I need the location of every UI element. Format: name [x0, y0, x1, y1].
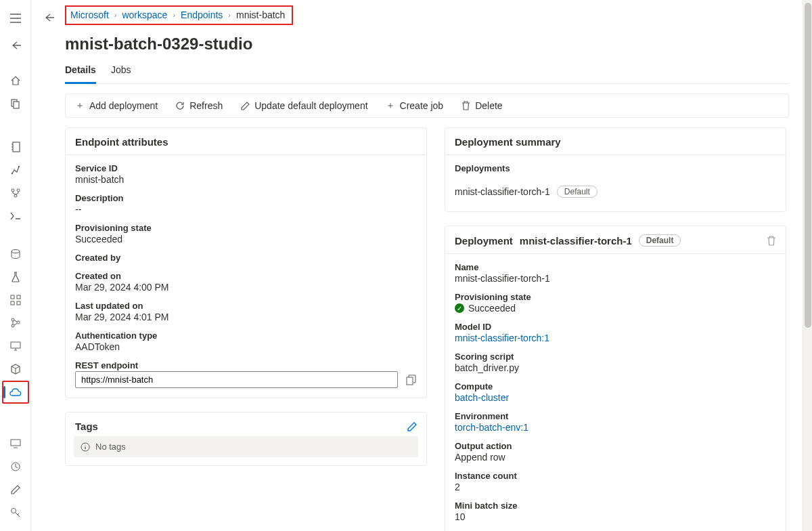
dep-instcount-label: Instance count [455, 471, 776, 481]
breadcrumb-endpoints[interactable]: Endpoints [181, 9, 223, 20]
job-icon[interactable] [2, 312, 29, 335]
component-icon[interactable] [2, 289, 29, 312]
edit-icon[interactable] [2, 478, 29, 501]
dep-outaction-label: Output action [455, 441, 776, 451]
monitor-icon[interactable] [2, 432, 29, 455]
delete-deployment-icon[interactable] [767, 236, 776, 246]
dep-provstate-value: Succeeded [468, 303, 516, 314]
automl-icon[interactable] [2, 158, 29, 182]
update-default-button[interactable]: Update default deployment [240, 100, 367, 111]
add-deployment-button[interactable]: ＋Add deployment [75, 100, 158, 111]
breadcrumb-microsoft[interactable]: Microsoft [70, 9, 109, 20]
copy-icon[interactable] [405, 374, 417, 386]
svg-point-13 [12, 318, 14, 321]
scrollbar-thumb[interactable] [805, 3, 811, 328]
dep-minibatch-label: Mini batch size [455, 501, 776, 511]
deployment-detail-card: Deployment mnist-classifier-torch-1 Defa… [445, 226, 786, 531]
page-title: mnist-batch-0329-studio [65, 35, 789, 54]
plus-icon: ＋ [386, 101, 395, 110]
chevron-right-icon: › [114, 11, 117, 19]
pencil-icon [240, 101, 250, 110]
created-on-label: Created on [75, 271, 417, 281]
auth-type-value: AADToken [75, 341, 417, 352]
page-back-icon[interactable] [41, 9, 57, 26]
svg-point-5 [12, 189, 14, 192]
dep-scoring-label: Scoring script [455, 352, 776, 362]
dep-env-label: Environment [455, 411, 776, 421]
docs-icon[interactable] [2, 92, 29, 115]
updated-on-value: Mar 29, 2024 4:01 PM [75, 312, 417, 322]
model-icon[interactable] [2, 358, 29, 381]
tab-details[interactable]: Details [65, 64, 96, 84]
deployments-label: Deployments [455, 163, 776, 173]
breadcrumb-workspace[interactable]: workspace [122, 9, 167, 20]
refresh-button[interactable]: Refresh [175, 100, 223, 111]
dep-compute-label: Compute [455, 381, 776, 391]
svg-point-8 [12, 250, 20, 253]
edit-tags-icon[interactable] [407, 422, 417, 431]
key-icon[interactable] [2, 501, 29, 524]
deployment-prefix: Deployment [455, 235, 513, 247]
experiment-icon[interactable] [2, 266, 29, 289]
dep-scoring-value: batch_driver.py [455, 362, 776, 373]
updated-on-label: Last updated on [75, 301, 417, 311]
scrollbar[interactable] [803, 0, 812, 531]
svg-point-19 [11, 509, 16, 513]
success-icon: ✓ [455, 303, 464, 313]
breadcrumb-current: mnist-batch [236, 9, 285, 20]
pipeline-icon[interactable] [2, 182, 29, 205]
dep-name-value: mnist-classifier-torch-1 [455, 273, 776, 284]
endpoint-attributes-card: Endpoint attributes Service IDmnist-batc… [65, 127, 427, 398]
tags-title: Tags [75, 421, 98, 432]
card-title: Endpoint attributes [66, 128, 426, 155]
dep-model-label: Model ID [455, 322, 776, 332]
tags-card: Tags No tags [65, 412, 427, 466]
svg-rect-2 [13, 142, 20, 152]
info-icon [81, 442, 90, 452]
endpoints-icon[interactable] [2, 381, 29, 404]
service-id-value: mnist-batch [75, 174, 417, 185]
dep-minibatch-value: 10 [455, 511, 776, 522]
rest-endpoint-input[interactable] [75, 371, 398, 388]
service-id-label: Service ID [75, 163, 417, 173]
svg-rect-10 [17, 295, 20, 299]
svg-rect-12 [17, 301, 20, 305]
provisioning-state-label: Provisioning state [75, 223, 417, 233]
deployment-summary-card: Deployment summary Deployments mnist-cla… [445, 127, 786, 212]
toolbar: ＋Add deployment Refresh Update default d… [65, 93, 789, 118]
metrics-icon[interactable] [2, 455, 29, 478]
dep-provstate-label: Provisioning state [455, 292, 776, 302]
svg-rect-1 [14, 102, 19, 108]
svg-point-7 [14, 194, 17, 197]
dep-env-link[interactable]: torch-batch-env:1 [455, 422, 776, 433]
description-label: Description [75, 193, 417, 203]
auth-type-label: Authentication type [75, 331, 417, 341]
plus-icon: ＋ [75, 101, 85, 110]
svg-point-3 [11, 173, 12, 174]
create-job-button[interactable]: ＋Create job [386, 100, 444, 111]
svg-point-15 [17, 321, 20, 324]
trash-icon [461, 101, 470, 110]
svg-point-14 [12, 324, 14, 327]
created-by-label: Created by [75, 253, 417, 263]
default-badge: Default [557, 186, 597, 198]
dep-compute-link[interactable]: batch-cluster [455, 392, 776, 403]
terminal-icon[interactable] [2, 205, 29, 228]
delete-button[interactable]: Delete [461, 100, 502, 111]
hamburger-icon[interactable] [2, 7, 29, 30]
notebook-icon[interactable] [2, 135, 29, 158]
deployment-name: mnist-classifier-torch-1 [455, 186, 550, 197]
compute-icon[interactable] [2, 335, 29, 358]
svg-rect-20 [407, 377, 413, 385]
tab-jobs[interactable]: Jobs [111, 64, 131, 83]
dep-model-link[interactable]: mnist-classifier-torch:1 [455, 333, 776, 343]
breadcrumb: Microsoft › workspace › Endpoints › mnis… [65, 5, 293, 25]
card-title: Deployment summary [445, 128, 786, 155]
back-icon[interactable] [2, 34, 29, 57]
data-icon[interactable] [2, 242, 29, 266]
rest-endpoint-label: REST endpoint [75, 360, 417, 370]
deployment-name-header: mnist-classifier-torch-1 [520, 235, 632, 247]
no-tags-text: No tags [95, 442, 126, 452]
refresh-icon [175, 101, 185, 110]
home-icon[interactable] [2, 69, 29, 92]
